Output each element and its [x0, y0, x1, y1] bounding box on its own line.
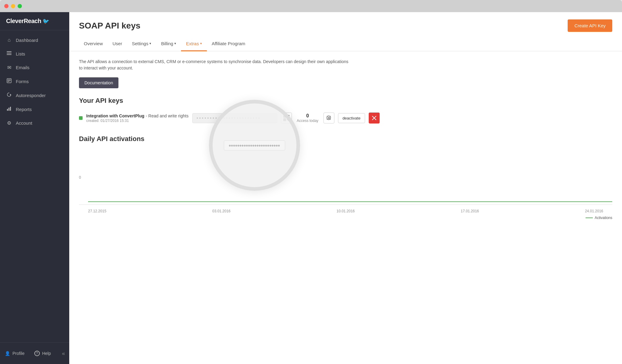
chart-x-label-3: 17.01.2016	[461, 209, 479, 213]
svg-rect-16	[284, 119, 285, 120]
chart-container: 0	[79, 150, 612, 205]
deactivate-button[interactable]: deactivate	[338, 113, 365, 123]
sidebar-item-lists[interactable]: Lists	[0, 47, 69, 61]
svg-rect-9	[9, 108, 9, 111]
chart-svg	[88, 150, 612, 204]
close-icon	[372, 116, 376, 120]
sidebar-item-label: Lists	[16, 51, 25, 56]
svg-rect-18	[288, 119, 289, 119]
collapse-icon: «	[62, 350, 65, 356]
tab-billing[interactable]: Billing ▾	[156, 37, 181, 51]
svg-rect-1	[7, 53, 12, 53]
maximize-button[interactable]	[18, 4, 22, 8]
key-name-line: Integration with ConvertPlug - Read and …	[86, 113, 189, 119]
access-number: 0	[296, 113, 320, 119]
key-name: Integration with ConvertPlug	[86, 113, 144, 118]
svg-rect-8	[7, 109, 8, 111]
chart-x-labels: 27.12.2015 03.01.2016 10.01.2016 17.01.2…	[79, 207, 612, 213]
sidebar-logo: CleverReach 🐦	[0, 12, 69, 30]
chart-title: Daily API activations	[79, 135, 612, 143]
logo-bird-icon: 🐦	[43, 18, 49, 25]
reports-icon	[6, 106, 12, 112]
qr-code-button[interactable]	[281, 113, 292, 123]
autoresponder-icon	[6, 92, 12, 98]
key-active-indicator	[79, 116, 83, 120]
tab-settings[interactable]: Settings ▾	[127, 37, 156, 51]
help-icon: ?	[34, 351, 40, 356]
close-button[interactable]	[4, 4, 9, 8]
access-count: 0 Access today	[296, 113, 320, 123]
help-label: Help	[42, 351, 51, 356]
sidebar-nav: ⌂ Dashboard Lists ✉ Emails Forms	[0, 30, 69, 342]
forms-icon	[6, 78, 12, 84]
extras-dropdown-icon: ▾	[200, 42, 202, 46]
delete-key-button[interactable]	[369, 113, 380, 123]
api-key-row: Integration with ConvertPlug - Read and …	[79, 110, 612, 126]
svg-rect-14	[288, 116, 289, 117]
lists-icon	[6, 51, 12, 57]
svg-rect-12	[284, 116, 285, 117]
legend-label: Activations	[595, 216, 612, 220]
tab-user[interactable]: User	[108, 37, 127, 51]
chart-y-label: 0	[79, 175, 81, 180]
app-container: CleverReach 🐦 ⌂ Dashboard Lists ✉ Emails	[0, 12, 622, 364]
page-title: SOAP API keys	[79, 21, 140, 31]
chart-legend: Activations	[79, 216, 612, 220]
billing-dropdown-icon: ▾	[174, 42, 176, 46]
key-settings-button[interactable]	[323, 113, 334, 123]
emails-icon: ✉	[6, 65, 12, 70]
chart-x-label-4: 24.01.2016	[585, 209, 603, 213]
sidebar-item-forms[interactable]: Forms	[0, 74, 69, 88]
chart-x-label-2: 10.01.2016	[337, 209, 355, 213]
sidebar-item-help[interactable]: ? Help	[29, 348, 56, 359]
sidebar-collapse-button[interactable]: «	[58, 348, 69, 359]
window-chrome	[0, 0, 622, 12]
qr-icon	[283, 115, 289, 121]
svg-rect-6	[8, 81, 9, 82]
svg-rect-17	[287, 119, 288, 119]
profile-label: Profile	[12, 351, 25, 356]
main-content: SOAP API keys Create API Key Overview Us…	[69, 12, 622, 364]
svg-rect-0	[7, 51, 12, 52]
api-key-input[interactable]	[192, 113, 277, 123]
minimize-button[interactable]	[11, 4, 15, 8]
key-rights-text: - Read and write rights	[146, 113, 189, 118]
sidebar-item-autoresponder[interactable]: Autoresponder	[0, 88, 69, 102]
svg-rect-10	[10, 107, 11, 111]
tab-overview[interactable]: Overview	[79, 37, 108, 51]
sidebar-bottom: 👤 Profile ? Help «	[0, 342, 69, 364]
page-header: SOAP API keys Create API Key	[69, 12, 622, 32]
sidebar-item-profile[interactable]: 👤 Profile	[0, 349, 29, 358]
dashboard-icon: ⌂	[6, 37, 12, 43]
sidebar-item-reports[interactable]: Reports	[0, 102, 69, 116]
settings-dropdown-icon: ▾	[149, 42, 151, 46]
svg-rect-20	[288, 120, 289, 121]
tab-extras[interactable]: Extras ▾	[181, 37, 207, 51]
chart-x-label-0: 27.12.2015	[88, 209, 106, 213]
key-created: created: 01/27/2016 15:31	[86, 119, 189, 123]
sidebar-item-label: Reports	[16, 107, 32, 112]
sidebar: CleverReach 🐦 ⌂ Dashboard Lists ✉ Emails	[0, 12, 69, 364]
documentation-button[interactable]: Documentation	[79, 77, 118, 88]
sidebar-item-label: Emails	[16, 65, 29, 70]
gear-icon	[326, 115, 332, 121]
svg-rect-19	[287, 120, 288, 120]
sidebar-item-label: Dashboard	[16, 38, 38, 43]
sidebar-item-account[interactable]: ⚙ Account	[0, 116, 69, 130]
sidebar-item-emails[interactable]: ✉ Emails	[0, 61, 69, 74]
legend-line	[586, 217, 593, 218]
sidebar-item-dashboard[interactable]: ⌂ Dashboard	[0, 33, 69, 47]
sidebar-item-label: Forms	[16, 79, 29, 84]
api-description: The API allows a connection to external …	[79, 59, 352, 71]
sidebar-item-label: Account	[16, 120, 32, 126]
access-label: Access today	[296, 119, 320, 123]
tab-affiliate-program[interactable]: Affiliate Program	[207, 37, 250, 51]
svg-rect-5	[8, 80, 11, 81]
create-api-key-button[interactable]: Create API Key	[568, 19, 612, 32]
profile-icon: 👤	[5, 351, 10, 356]
key-info: Integration with ConvertPlug - Read and …	[86, 113, 189, 123]
content-body: The API allows a connection to external …	[69, 51, 622, 227]
account-icon: ⚙	[6, 120, 12, 126]
chart-line-area	[88, 150, 612, 204]
svg-rect-2	[7, 54, 12, 55]
